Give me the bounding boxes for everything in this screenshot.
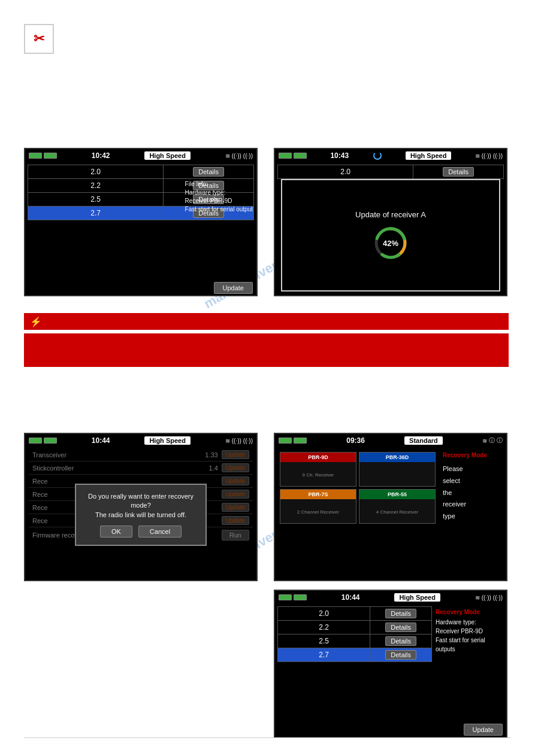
recovery-mode-label-4: Recovery Mode — [443, 452, 504, 459]
screen5-wifi: ≋ ((·)) ((·)) — [475, 594, 503, 601]
battery-bar-7 — [279, 438, 292, 444]
receiver-pbr36d[interactable]: PBR-36D — [359, 452, 436, 487]
screen-receiver-select: 09:36 Standard ≋ ⓘ ⓘ PBR-9D 9 Ch. Receiv… — [274, 433, 507, 581]
screen-recovery-firmware: 10:44 High Speed ≋ ((·)) ((·)) 2.0 Detai… — [274, 590, 507, 738]
firmware-table-2: 2.0 Details — [277, 165, 504, 179]
table-row: 2.0 Details — [28, 165, 254, 179]
table-row: 2.5 Details — [278, 634, 432, 648]
screen-firmware-select: 10:42 High Speed ≋ ((·)) ((·)) 2.0 Detai… — [24, 148, 258, 296]
battery-indicator — [29, 153, 57, 159]
file-info-line1: Hardware type: — [185, 189, 253, 197]
recovery-hw-detail: Fast start for serial outputs — [436, 636, 504, 654]
wifi-icon-4: ≋ — [482, 438, 487, 444]
table-row: 2.0 Details — [278, 165, 504, 179]
details-btn-s5-2-5[interactable]: Details — [385, 636, 416, 646]
screen1-speed-badge: High Speed — [144, 151, 191, 160]
screen2-header: 10:43 High Speed ≋ ((·)) ((·)) — [275, 149, 506, 162]
screen4-header: 09:36 Standard ≋ ⓘ ⓘ — [275, 434, 506, 447]
screen3-time: 10:44 — [92, 436, 110, 445]
rx-body-2 — [359, 462, 435, 487]
file-info-line2: Receiver PBR-9D — [185, 197, 253, 205]
screen4-time: 09:36 — [346, 436, 365, 445]
info-icon-1: ⓘ — [489, 436, 495, 445]
antenna-icon-5: ((·)) — [232, 438, 241, 444]
screen1-wifi: ≋ ((·)) ((·)) — [225, 153, 253, 159]
receiver-pbr55[interactable]: PBR-55 4 Channel Receiver — [359, 489, 436, 524]
dialog-text: Do you really want to enter recovery mod… — [86, 492, 196, 520]
info-icon-2: ⓘ — [497, 436, 503, 445]
screen4-speed-badge: Standard — [404, 436, 443, 445]
sync-icon — [373, 151, 382, 160]
screen-update-progress: 10:43 High Speed ≋ ((·)) ((·)) 2.0 Detai… — [274, 148, 507, 296]
battery-bar-3 — [279, 153, 292, 159]
rx-header-2: PBR-36D — [359, 453, 435, 462]
antenna-icon-3: ((·)) — [482, 153, 491, 159]
screen2-speed-badge: High Speed — [406, 151, 452, 160]
rx-body-1: 9 Ch. Receiver — [280, 462, 356, 487]
antenna-icon-6: ((·)) — [243, 438, 253, 444]
rx-header-4: PBR-55 — [359, 490, 435, 499]
battery-bar-4 — [294, 153, 307, 159]
recovery-hw-value: Receiver PBR-9D — [436, 627, 504, 636]
dialog-buttons: OK Cancel — [86, 526, 196, 538]
receiver-pbr9d[interactable]: PBR-9D 9 Ch. Receiver — [280, 452, 356, 487]
battery-bar-6 — [44, 438, 57, 444]
warning-icon: ⚡ — [30, 316, 42, 327]
dialog-overlay: Do you really want to enter recovery mod… — [25, 447, 256, 581]
screen5-time: 10:44 — [341, 593, 360, 602]
rx-header-1: PBR-9D — [280, 453, 356, 462]
battery-bar-1 — [29, 153, 42, 159]
progress-title: Update of receiver A — [355, 210, 426, 219]
antenna-icon-4: ((·)) — [493, 153, 503, 159]
battery-indicator-2 — [279, 153, 307, 159]
update-button-5[interactable]: Update — [464, 724, 503, 736]
dialog-line2: The radio link will be turned off. — [86, 511, 196, 520]
table-row-selected-5: 2.7 Details — [278, 648, 432, 662]
recovery-hw-label: Hardware type: — [436, 618, 504, 627]
details-btn-s5-2-0[interactable]: Details — [385, 609, 416, 618]
file-info-line3: Fast start for serial output — [185, 205, 253, 214]
details-btn-s2-2-0[interactable]: Details — [443, 167, 474, 177]
battery-bar-8 — [294, 438, 307, 444]
screen5-speed-badge: High Speed — [394, 593, 440, 602]
rx-body-3: 2 Channel Receiver — [280, 499, 356, 524]
file-info-panel: File Info: Hardware type: Receiver PBR-9… — [185, 180, 253, 214]
details-btn-s5-2-2[interactable]: Details — [385, 623, 416, 632]
screen1-time: 10:42 — [92, 151, 110, 160]
screen3-header: 10:44 High Speed ≋ ((·)) ((·)) — [25, 434, 256, 447]
progress-ring: 42% — [373, 225, 409, 261]
battery-bar-9 — [279, 594, 292, 600]
battery-indicator-5 — [279, 594, 307, 600]
receiver-pbr7s[interactable]: PBR-7S 2 Channel Receiver — [280, 489, 356, 524]
wifi-icon-3: ≋ — [225, 438, 230, 444]
rx-header-3: PBR-7S — [280, 490, 356, 499]
details-btn-2-0[interactable]: Details — [193, 167, 224, 177]
screen2-time: 10:43 — [330, 151, 349, 160]
red-banner-top: ⚡ — [24, 313, 509, 330]
wifi-icon-5: ≋ — [475, 594, 480, 601]
battery-bar-10 — [294, 594, 307, 600]
screen1-header: 10:42 High Speed ≋ ((·)) ((·)) — [25, 149, 256, 162]
app-logo: ✂ — [24, 24, 54, 54]
recovery-mode-label-5: Recovery Mode — [436, 609, 504, 615]
screen-recovery-dialog: 10:44 High Speed ≋ ((·)) ((·)) Transceiv… — [24, 433, 258, 581]
dialog-ok-button[interactable]: OK — [100, 526, 132, 538]
table-row: 2.2 Details — [278, 621, 432, 634]
progress-percent: 42% — [383, 238, 398, 247]
details-btn-s5-2-7[interactable]: Details — [385, 650, 416, 660]
rx-body-4: 4 Channel Receiver — [359, 499, 435, 524]
table-row: 2.0 Details — [278, 607, 432, 621]
screen2-wifi: ≋ ((·)) ((·)) — [475, 153, 503, 159]
screen3-speed-badge: High Speed — [144, 436, 191, 445]
progress-box: Update of receiver A 42% — [281, 179, 500, 292]
file-info-title: File Info: — [185, 180, 253, 189]
screen4-wifi: ≋ ⓘ ⓘ — [482, 436, 503, 445]
recovery-file-info: Hardware type: Receiver PBR-9D Fast star… — [436, 618, 504, 654]
wifi-icon-2: ≋ — [475, 153, 480, 159]
red-banner-bottom — [24, 333, 509, 367]
dialog-cancel-button[interactable]: Cancel — [138, 526, 182, 538]
recovery-dialog: Do you really want to enter recovery mod… — [75, 484, 207, 546]
scissors-icon: ✂ — [34, 31, 44, 47]
update-button-1[interactable]: Update — [214, 282, 253, 294]
firmware-table-5: 2.0 Details 2.2 Details 2.5 Details 2.7 … — [277, 606, 432, 662]
